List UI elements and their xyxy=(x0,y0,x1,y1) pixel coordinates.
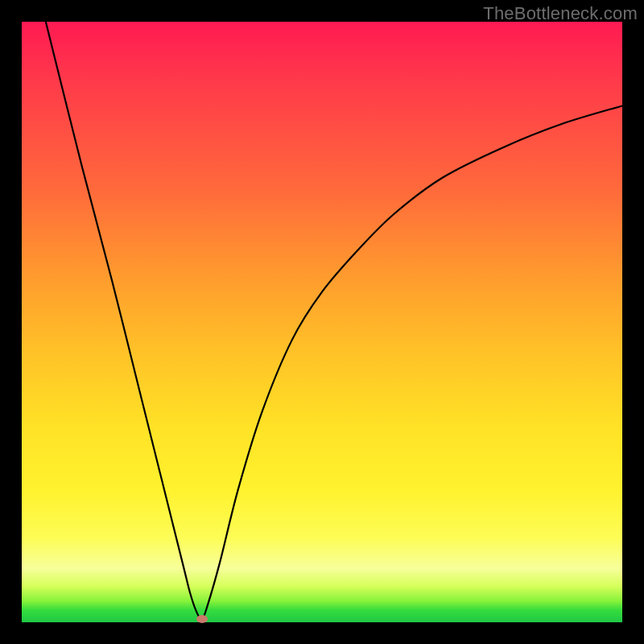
curve-path xyxy=(46,22,622,619)
watermark-text: TheBottleneck.com xyxy=(483,3,638,24)
plot-area xyxy=(22,22,622,622)
bottleneck-curve xyxy=(22,22,622,622)
optimum-marker xyxy=(196,615,208,623)
chart-frame: TheBottleneck.com xyxy=(0,0,644,644)
